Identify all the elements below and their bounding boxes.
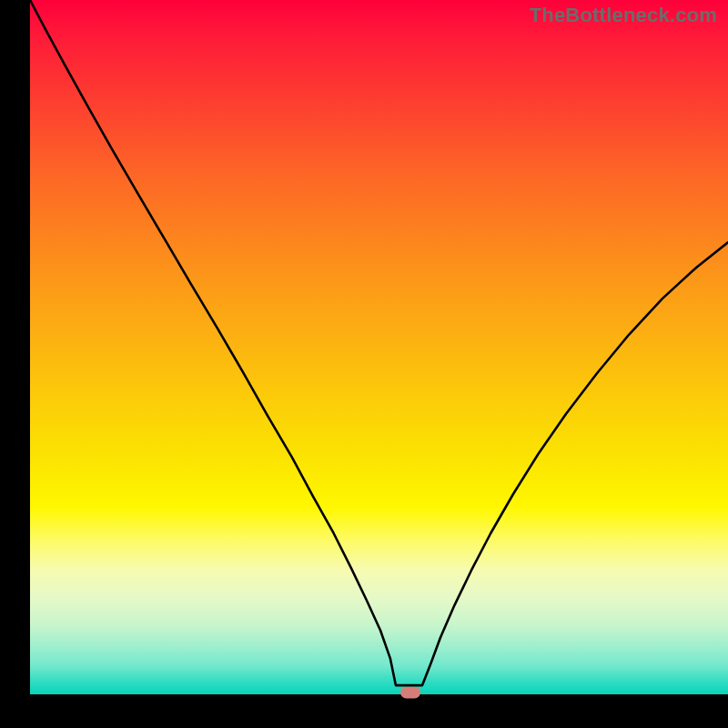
chart-frame: TheBottleneck.com	[0, 0, 728, 728]
watermark-text: TheBottleneck.com	[530, 4, 717, 27]
plot-gradient-background	[30, 0, 728, 694]
optimal-point-marker	[400, 687, 420, 699]
